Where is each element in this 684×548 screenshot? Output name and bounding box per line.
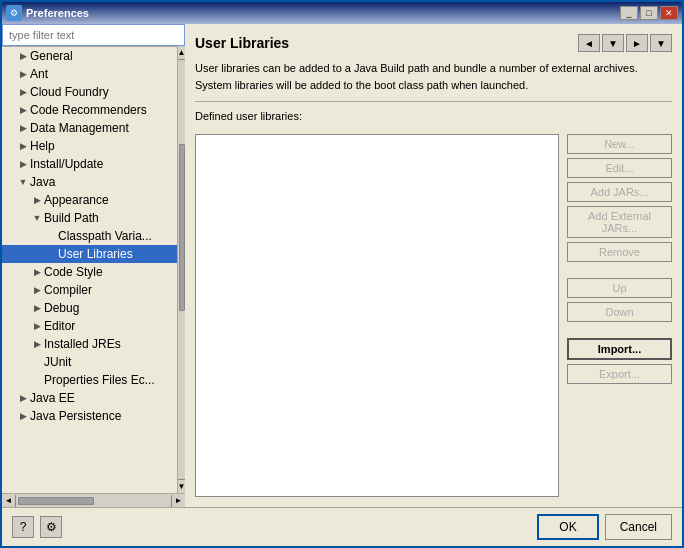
expand-arrow: ▶ (16, 105, 30, 115)
ok-button[interactable]: OK (537, 514, 598, 540)
sidebar-item-label: Help (30, 139, 55, 153)
bottom-right-buttons: OK Cancel (537, 514, 672, 540)
forward-button[interactable]: ► (626, 34, 648, 52)
sidebar-item-compiler[interactable]: ▶ Compiler (2, 281, 177, 299)
bottom-left-buttons: ? ⚙ (12, 516, 62, 538)
maximize-button[interactable]: □ (640, 6, 658, 20)
sidebar-item-code-recommenders[interactable]: ▶ Code Recommenders (2, 101, 177, 119)
scroll-up-button[interactable]: ▲ (178, 46, 185, 60)
libraries-area: New... Edit... Add JARs... Add External … (195, 134, 672, 497)
scroll-thumb[interactable] (179, 144, 185, 312)
main-content: ▶ General ▶ Ant ▶ Cloud Foundry ▶ (2, 24, 682, 546)
sidebar-item-java-ee[interactable]: ▶ Java EE (2, 389, 177, 407)
down-button[interactable]: Down (567, 302, 672, 322)
sidebar-item-editor[interactable]: ▶ Editor (2, 317, 177, 335)
sidebar-item-code-style[interactable]: ▶ Code Style (2, 263, 177, 281)
sidebar-item-cloud-foundry[interactable]: ▶ Cloud Foundry (2, 83, 177, 101)
button-spacer (567, 266, 672, 274)
scroll-right-button[interactable]: ► (171, 495, 185, 507)
sidebar-item-build-path[interactable]: ▼ Build Path (2, 209, 177, 227)
title-bar: ⚙ Preferences _ □ ✕ (2, 2, 682, 24)
sidebar-item-label: Classpath Varia... (58, 229, 152, 243)
sidebar-item-help[interactable]: ▶ Help (2, 137, 177, 155)
hscroll-track (18, 497, 169, 505)
sidebar-item-classpath-variables[interactable]: Classpath Varia... (2, 227, 177, 245)
settings-icon: ⚙ (46, 520, 57, 534)
sidebar-item-data-management[interactable]: ▶ Data Management (2, 119, 177, 137)
sidebar-item-java-persistence[interactable]: ▶ Java Persistence (2, 407, 177, 425)
sidebar-item-installed-jres[interactable]: ▶ Installed JREs (2, 335, 177, 353)
sidebar-item-properties-files[interactable]: Properties Files Ec... (2, 371, 177, 389)
nav-dropdown-button[interactable]: ▼ (602, 34, 624, 52)
sidebar-item-label: Ant (30, 67, 48, 81)
new-button[interactable]: New... (567, 134, 672, 154)
add-jars-button[interactable]: Add JARs... (567, 182, 672, 202)
export-button[interactable]: Export... (567, 364, 672, 384)
sidebar-item-label: Editor (44, 319, 75, 333)
library-buttons: New... Edit... Add JARs... Add External … (567, 134, 672, 497)
expand-arrow: ▶ (16, 141, 30, 151)
sidebar-container: ▶ General ▶ Ant ▶ Cloud Foundry ▶ (2, 24, 185, 507)
sidebar-item-label: Java (30, 175, 55, 189)
main-area: ▶ General ▶ Ant ▶ Cloud Foundry ▶ (2, 24, 682, 507)
add-external-jars-button[interactable]: Add External JARs... (567, 206, 672, 238)
sidebar-item-label: Debug (44, 301, 79, 315)
close-button[interactable]: ✕ (660, 6, 678, 20)
sidebar-item-debug[interactable]: ▶ Debug (2, 299, 177, 317)
expand-arrow: ▶ (16, 159, 30, 169)
expand-arrow: ▶ (30, 303, 44, 313)
right-panel: User Libraries ◄ ▼ ► ▼ User libraries ca… (185, 24, 682, 507)
back-button[interactable]: ◄ (578, 34, 600, 52)
tree-area: ▶ General ▶ Ant ▶ Cloud Foundry ▶ (2, 46, 177, 493)
library-list[interactable] (195, 134, 559, 497)
expand-arrow: ▼ (16, 177, 30, 187)
minimize-button[interactable]: _ (620, 6, 638, 20)
remove-button[interactable]: Remove (567, 242, 672, 262)
sidebar-item-label: Code Recommenders (30, 103, 147, 117)
expand-arrow: ▶ (30, 321, 44, 331)
sidebar-item-general[interactable]: ▶ General (2, 47, 177, 65)
sidebar-item-java[interactable]: ▼ Java (2, 173, 177, 191)
hscroll-thumb[interactable] (18, 497, 94, 505)
expand-arrow: ▼ (30, 213, 44, 223)
sidebar-item-label: Properties Files Ec... (44, 373, 155, 387)
window-icon: ⚙ (6, 5, 22, 21)
navigation-buttons: ◄ ▼ ► ▼ (578, 34, 672, 52)
sidebar-item-label: Compiler (44, 283, 92, 297)
scroll-down-button[interactable]: ▼ (178, 479, 185, 493)
sidebar-hscrollbar[interactable]: ◄ ► (2, 493, 185, 507)
window-title: Preferences (26, 7, 89, 19)
import-button[interactable]: Import... (567, 338, 672, 360)
settings-icon-button[interactable]: ⚙ (40, 516, 62, 538)
edit-button[interactable]: Edit... (567, 158, 672, 178)
sidebar-item-ant[interactable]: ▶ Ant (2, 65, 177, 83)
preferences-window: ⚙ Preferences _ □ ✕ ▶ General (0, 0, 684, 548)
forward-dropdown-button[interactable]: ▼ (650, 34, 672, 52)
expand-arrow: ▶ (30, 267, 44, 277)
expand-arrow: ▶ (30, 339, 44, 349)
sidebar-item-label: Installed JREs (44, 337, 121, 351)
sidebar-item-label: General (30, 49, 73, 63)
sidebar-item-appearance[interactable]: ▶ Appearance (2, 191, 177, 209)
up-button[interactable]: Up (567, 278, 672, 298)
sidebar-item-label: JUnit (44, 355, 71, 369)
sidebar-item-junit[interactable]: JUnit (2, 353, 177, 371)
cancel-button[interactable]: Cancel (605, 514, 672, 540)
expand-arrow: ▶ (16, 393, 30, 403)
panel-title: User Libraries (195, 35, 289, 51)
expand-arrow: ▶ (30, 285, 44, 295)
sidebar-item-label: Java Persistence (30, 409, 121, 423)
sidebar-item-install-update[interactable]: ▶ Install/Update (2, 155, 177, 173)
button-spacer (567, 326, 672, 334)
sidebar-item-label: Code Style (44, 265, 103, 279)
sidebar-scrollbar[interactable]: ▲ ▼ (177, 46, 185, 493)
sidebar-item-user-libraries[interactable]: User Libraries (2, 245, 177, 263)
scroll-left-button[interactable]: ◄ (2, 495, 16, 507)
expand-arrow: ▶ (16, 123, 30, 133)
filter-input[interactable] (2, 24, 185, 46)
sidebar-item-label: Build Path (44, 211, 99, 225)
sidebar-item-label: User Libraries (58, 247, 133, 261)
bottom-bar: ? ⚙ OK Cancel (2, 507, 682, 546)
help-button[interactable]: ? (12, 516, 34, 538)
expand-arrow: ▶ (16, 87, 30, 97)
